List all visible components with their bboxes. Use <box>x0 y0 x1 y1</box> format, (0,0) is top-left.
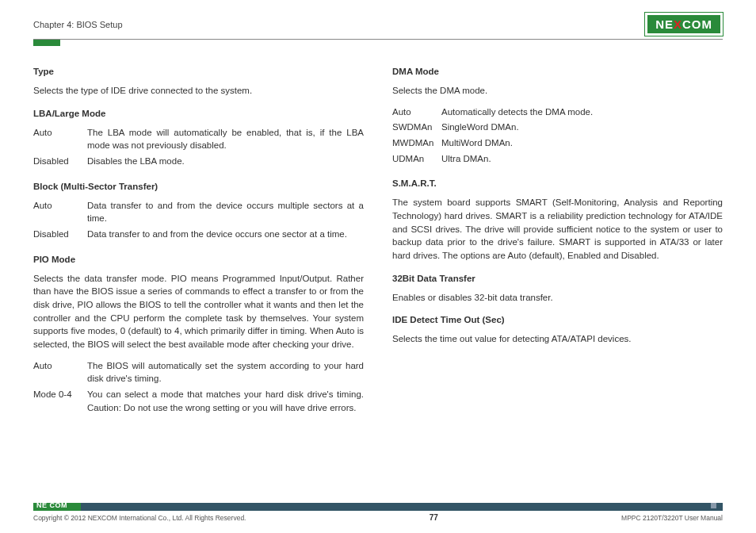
dma-text: Selects the DMA mode. <box>392 84 723 98</box>
table-row: AutoThe BIOS will automatically set the … <box>33 359 364 388</box>
table-row: AutoData transfer to and from the device… <box>33 199 364 228</box>
table-row: UDMAnUltra DMAn. <box>392 152 723 168</box>
page-number: 77 <box>430 513 438 522</box>
pio-heading: PIO Mode <box>33 255 364 264</box>
type-heading: Type <box>33 67 364 76</box>
dma-table: AutoAutomatically detects the DMA mode. … <box>392 105 723 168</box>
pio-table: AutoThe BIOS will automatically set the … <box>33 359 364 417</box>
table-row: Mode 0-4You can select a mode that match… <box>33 388 364 416</box>
table-row: DisabledDisables the LBA mode. <box>33 155 364 171</box>
smart-heading: S.M.A.R.T. <box>392 178 723 188</box>
bit32-text: Enables or disables 32-bit data transfer… <box>392 291 723 305</box>
lba-table: AutoThe LBA mode will automatically be e… <box>33 126 364 171</box>
right-column: DMA Mode Selects the DMA mode. AutoAutom… <box>392 67 723 416</box>
page-header: Chapter 4: BIOS Setup NEXCOM <box>33 0 723 37</box>
manual-name: MPPC 2120T/3220T User Manual <box>621 514 723 522</box>
smart-text: The system board supports SMART (Self-Mo… <box>392 196 723 262</box>
dma-heading: DMA Mode <box>392 67 723 76</box>
type-text: Selects the type of IDE drive connected … <box>33 84 364 98</box>
header-rule <box>33 39 723 40</box>
nexcom-logo: NEXCOM <box>645 13 723 36</box>
green-tab <box>33 40 60 46</box>
ide-heading: IDE Detect Time Out (Sec) <box>392 315 723 324</box>
pio-text: Selects the data transfer mode. PIO mean… <box>33 272 364 351</box>
table-row: AutoAutomatically detects the DMA mode. <box>392 105 723 121</box>
content-area: Type Selects the type of IDE drive conne… <box>33 67 723 416</box>
table-row: AutoThe LBA mode will automatically be e… <box>33 126 364 155</box>
ide-text: Selects the time out value for detecting… <box>392 332 723 346</box>
footer-bar: NE COM <box>33 503 723 511</box>
block-table: AutoData transfer to and from the device… <box>33 199 364 243</box>
page-footer: NE COM Copyright © 2012 NEXCOM Internati… <box>33 503 723 522</box>
footer-logo: NE COM <box>36 501 67 509</box>
block-heading: Block (Multi-Sector Transfer) <box>33 182 364 191</box>
lba-heading: LBA/Large Mode <box>33 109 364 118</box>
left-column: Type Selects the type of IDE drive conne… <box>33 67 364 416</box>
copyright-text: Copyright © 2012 NEXCOM International Co… <box>33 514 246 522</box>
table-row: SWDMAnSingleWord DMAn. <box>392 121 723 136</box>
bit32-heading: 32Bit Data Transfer <box>392 274 723 283</box>
table-row: MWDMAnMultiWord DMAn. <box>392 136 723 152</box>
table-row: DisabledData transfer to and from the de… <box>33 228 364 243</box>
chapter-title: Chapter 4: BIOS Setup <box>33 20 123 29</box>
footer-squares-icon <box>711 503 723 508</box>
